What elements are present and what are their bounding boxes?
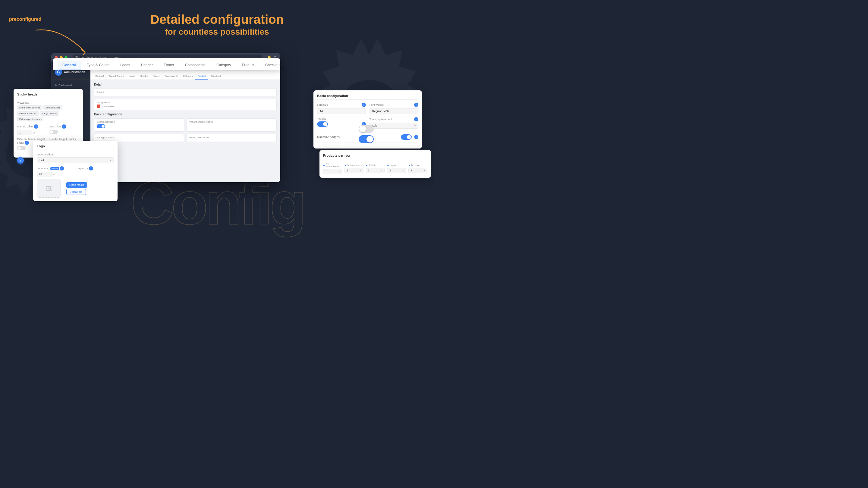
logo-size-field: Logo size mobile i 75 % — [37, 166, 74, 177]
logo-size-unit: % — [53, 173, 55, 176]
nav-dot — [55, 84, 57, 86]
logo-size-right-info[interactable]: i — [89, 166, 93, 170]
logo-size-input[interactable]: 75 — [37, 172, 52, 177]
inner-tab-general[interactable]: General — [93, 73, 106, 79]
inner-tab-logos[interactable]: Logos — [126, 73, 138, 79]
tab-logos[interactable]: Logos — [116, 61, 135, 70]
logo-position-value: Left — [39, 159, 44, 162]
help-button[interactable]: ? — [17, 157, 24, 164]
auto-hide-toggle[interactable] — [50, 130, 58, 134]
toggle-off-state[interactable] — [359, 125, 374, 133]
lg-value: 3 — [389, 169, 391, 172]
inner-tab-footer[interactable]: Footer — [150, 73, 162, 79]
md-value: 2 — [368, 169, 370, 172]
xl-select[interactable]: 4 — [408, 168, 427, 173]
tab-components[interactable]: Components — [180, 61, 210, 70]
chip-lg[interactable]: Large devices — [40, 111, 59, 116]
manual-offset-info[interactable]: i — [34, 124, 38, 129]
xl-value: 4 — [410, 169, 412, 172]
main-tab-overlay: General Typo & Colors Logos Header Foote… — [53, 58, 280, 70]
chip-sm[interactable]: Small devices — [43, 105, 62, 110]
device-col-lg: ● Laptops 3 — [387, 164, 406, 173]
minimize-badges-label: Minimize badges — [317, 135, 340, 139]
manual-offset-input[interactable]: 1 — [17, 130, 32, 135]
tab-header[interactable]: Header — [136, 61, 158, 70]
device-col-xs: ● XS smartphones 1 — [323, 162, 342, 174]
config-field-bg: Background transparent — [94, 99, 277, 110]
tab-checkout[interactable]: Checkout — [260, 61, 285, 70]
toggle-on-state[interactable] — [359, 135, 374, 143]
upload-file-button[interactable]: Upload file — [66, 189, 86, 195]
viewports-chips: Extra small devices Small devices Medium… — [17, 105, 79, 121]
xs-dot: ● — [323, 164, 325, 167]
manual-offset-unit: px — [33, 131, 35, 134]
products-per-row-title: Products per row — [323, 154, 427, 159]
inner-tab-checkout[interactable]: Checkout — [208, 73, 223, 79]
ratings-qty-label: Rating quantitative — [189, 136, 274, 139]
inner-tab-typo[interactable]: Typo & Colors — [106, 73, 126, 79]
config-row-short-desc: Short description Variant characteristic… — [94, 119, 277, 132]
tab-product[interactable]: Product — [237, 61, 259, 70]
inner-tab-category[interactable]: Category — [181, 73, 195, 79]
logo-preview: 🖼 — [37, 180, 61, 198]
diff-header-info[interactable]: i — [25, 141, 29, 145]
config-row-ratings: Ratings position Rating quantitative — [94, 134, 277, 142]
short-desc-label: Short description — [97, 121, 181, 123]
tab-footer[interactable]: Footer — [159, 61, 179, 70]
short-desc-toggle[interactable] — [97, 124, 105, 128]
logo-position-select[interactable]: Left — [37, 157, 114, 163]
lg-select[interactable]: 3 — [387, 168, 406, 173]
toggle-knob-on — [367, 136, 373, 142]
diff-header-toggle[interactable] — [17, 146, 26, 150]
sm-value: 2 — [347, 169, 348, 172]
chip-xl[interactable]: Extra large devices — [17, 117, 43, 121]
auto-hide-info[interactable]: i — [62, 124, 66, 129]
font-size-input[interactable]: 14 — [317, 108, 366, 114]
font-weight-select[interactable]: Regular - 400 — [370, 108, 418, 114]
field-ratings-qty: Rating quantitative — [187, 134, 277, 142]
logo-size-right-label: Logo size i — [76, 166, 114, 170]
font-weight-label: Font weight i — [370, 103, 418, 107]
sidebar-item-dashboard[interactable]: Dashboard — [51, 82, 90, 89]
tab-typo-colors[interactable]: Typo & Colors — [82, 61, 114, 70]
logo-size-info[interactable]: i — [60, 166, 64, 170]
md-label-text: Tablets — [369, 164, 376, 167]
md-select[interactable]: 2 — [366, 168, 385, 173]
logo-size-input-group: 75 % — [37, 172, 74, 177]
manual-offset-input-group: 1 px — [17, 130, 47, 135]
inner-tab-product[interactable]: Product — [195, 73, 209, 79]
toggle-animation-area — [359, 125, 374, 143]
section-title-detail: Detail — [94, 83, 277, 86]
md-dot: ● — [366, 164, 368, 167]
minimize-badges-toggle[interactable] — [401, 134, 412, 140]
tab-general[interactable]: General — [58, 61, 81, 70]
preconfigured-arrow — [30, 21, 96, 60]
inner-tab-header[interactable]: Header — [138, 73, 150, 79]
tooltips-placement-label: Tooltips placement i — [370, 117, 418, 121]
xs-select[interactable]: 1 — [323, 169, 342, 174]
font-weight-info[interactable]: i — [414, 103, 418, 107]
logo-size-tab-badge: mobile — [50, 167, 59, 170]
tooltips-toggle[interactable] — [317, 121, 328, 127]
minimize-badges-info[interactable]: i — [414, 135, 418, 139]
sidebar-label-dashboard: Dashboard — [59, 84, 72, 87]
laptops-label: ● Laptops — [387, 164, 406, 167]
open-media-button[interactable]: Open media — [66, 182, 87, 188]
xl-label-text: Desktop — [411, 164, 420, 167]
tooltips-placement-info[interactable]: i — [414, 117, 418, 121]
chip-xs[interactable]: Extra small devices — [17, 105, 42, 110]
logo-upload-area: 🖼 Open media Upload file — [37, 180, 114, 198]
tooltips-placement-select[interactable]: Left — [370, 123, 418, 129]
sm-select[interactable]: 2 — [344, 168, 364, 173]
chip-md[interactable]: Medium devices — [17, 111, 39, 116]
inner-tab-components[interactable]: Components — [162, 73, 181, 79]
logo-size-label: Logo size mobile i — [37, 166, 74, 170]
sm-dot: ● — [344, 164, 346, 167]
config-row-colors: Colors — [94, 89, 277, 96]
logo-position-label: Logo position — [37, 153, 114, 156]
xs-value: 1 — [325, 170, 327, 173]
tablets-label: ● Tablets — [366, 164, 385, 167]
font-size-info[interactable]: i — [362, 103, 366, 107]
tab-category[interactable]: Category — [212, 61, 236, 70]
font-row: Font size i 14 Font weight i Regular - 4… — [317, 103, 418, 114]
